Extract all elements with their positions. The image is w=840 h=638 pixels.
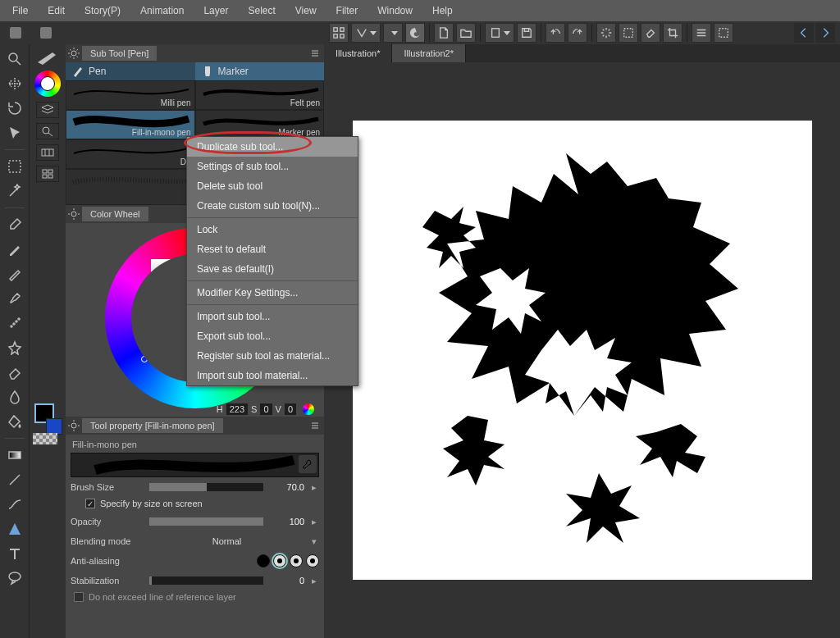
curve-tool-icon[interactable]	[5, 494, 25, 514]
timeline-icon[interactable]	[36, 144, 59, 161]
pencil-tool-icon[interactable]	[5, 264, 25, 284]
subtool-de[interactable]: De	[66, 139, 195, 169]
menu-edit[interactable]: Edit	[39, 2, 74, 20]
gear-icon[interactable]	[67, 207, 80, 221]
sub-tool-detail-button[interactable]	[299, 455, 317, 473]
ctx-delete-sub-tool[interactable]: Delete sub tool	[187, 176, 358, 196]
ctx-reset-to-default[interactable]: Reset to default	[187, 239, 358, 259]
blending-value[interactable]: Normal	[149, 536, 304, 546]
specify-by-size-row[interactable]: Specify by size on screen	[71, 497, 319, 512]
search-mini-icon[interactable]	[36, 123, 59, 139]
menu-window[interactable]: Window	[368, 2, 422, 20]
brush-size-value[interactable]: 70.0	[268, 482, 304, 492]
transform-button[interactable]	[596, 23, 616, 43]
gear-icon[interactable]	[67, 419, 80, 432]
new-file-button[interactable]	[434, 23, 454, 43]
aa-weak-icon[interactable]	[273, 554, 286, 567]
airbrush-tool-icon[interactable]	[5, 313, 25, 333]
ctx-import-sub-tool[interactable]: Import sub tool...	[187, 307, 358, 326]
dne-checkbox[interactable]	[74, 592, 84, 602]
material-button[interactable]	[405, 23, 425, 43]
zoom-tool-icon[interactable]	[5, 49, 25, 69]
decoration-tool-icon[interactable]	[5, 338, 25, 358]
blend-tool-icon[interactable]	[5, 387, 25, 407]
tool-property-tab[interactable]: Tool property [Fill-in-mono pen]	[82, 418, 223, 433]
erase-button[interactable]	[641, 23, 660, 43]
subtool-fill-in-mono-pen[interactable]: Fill-in-mono pen	[66, 110, 195, 139]
ctx-modifier-key-settings[interactable]: Modifier Key Settings...	[187, 283, 358, 303]
move-tool-icon[interactable]	[5, 74, 25, 93]
layer-palette-icon[interactable]	[36, 102, 59, 118]
selection-tool-icon[interactable]	[5, 123, 25, 143]
canvas[interactable]	[353, 121, 812, 580]
dropdown-button[interactable]	[383, 23, 403, 43]
text-tool-icon[interactable]	[5, 544, 25, 563]
page-dropdown-button[interactable]	[485, 23, 514, 43]
ctx-duplicate-sub-tool[interactable]: Duplicate sub tool...	[187, 137, 358, 157]
sub-tool-tab[interactable]: Sub Tool [Pen]	[82, 46, 157, 61]
save-button[interactable]	[517, 23, 536, 43]
balloon-tool-icon[interactable]	[5, 568, 25, 588]
menu-view[interactable]: View	[286, 2, 326, 20]
fill-tool-icon[interactable]	[5, 412, 25, 431]
brush-tool-icon[interactable]	[5, 289, 25, 308]
v-value[interactable]: 0	[285, 403, 296, 415]
doc-tab[interactable]: Illustration2*	[392, 44, 466, 62]
ctx-import-sub-tool-material[interactable]: Import sub tool material...	[187, 366, 358, 385]
ctx-create-custom-sub-tool-n[interactable]: Create custom sub tool(N)...	[187, 196, 358, 216]
canvas-viewport[interactable]	[324, 62, 840, 638]
next-nav-button[interactable]	[815, 23, 835, 43]
menu-filter[interactable]: Filter	[327, 2, 368, 20]
stabilization-slider[interactable]	[149, 576, 263, 585]
menu-animation[interactable]: Animation	[131, 2, 193, 20]
stepper-icon[interactable]: ▸	[309, 482, 319, 493]
color-swatches[interactable]	[33, 403, 62, 446]
frames-icon[interactable]	[36, 166, 59, 182]
line-tool-icon[interactable]	[5, 470, 25, 490]
specify-by-size-checkbox[interactable]	[85, 499, 95, 508]
dne-row[interactable]: Do not exceed line of reference layer	[71, 590, 319, 605]
color-wheel-tab[interactable]: Color Wheel	[82, 207, 148, 221]
tab-pen[interactable]: Pen	[66, 62, 195, 80]
eraser-tool-icon[interactable]	[5, 362, 25, 382]
h-value[interactable]: 223	[226, 403, 248, 415]
s-value[interactable]: 0	[260, 403, 272, 415]
stabilization-value[interactable]: 0	[268, 576, 304, 586]
background-swatch[interactable]	[46, 418, 62, 435]
eyedropper-tool-icon[interactable]	[5, 215, 25, 235]
menu-file[interactable]: File	[3, 2, 37, 20]
color-mode-icon[interactable]	[303, 403, 314, 415]
brush-size-slider[interactable]	[149, 483, 263, 491]
stepper-icon[interactable]: ▸	[309, 576, 319, 586]
pen-tool-icon[interactable]	[5, 239, 25, 259]
ctx-settings-of-sub-tool[interactable]: Settings of sub tool...	[187, 157, 358, 176]
color-wheel-icon[interactable]	[34, 71, 61, 97]
grid-toggle-button[interactable]	[714, 23, 733, 43]
marquee-tool-icon[interactable]	[5, 157, 25, 176]
ctx-export-sub-tool[interactable]: Export sub tool...	[187, 326, 358, 346]
sv-handle[interactable]	[141, 356, 148, 362]
gradient-tool-icon[interactable]	[5, 445, 25, 465]
panel-menu-icon[interactable]	[311, 422, 319, 430]
menu-storyp[interactable]: Story(P)	[75, 2, 130, 20]
stepper-icon[interactable]: ▸	[309, 517, 319, 527]
dropdown-icon[interactable]: ▾	[309, 536, 319, 547]
ctx-register-sub-tool-as-material[interactable]: Register sub tool as material...	[187, 346, 358, 366]
subtool-felt-pen[interactable]: Felt pen	[195, 80, 325, 110]
ctx-save-as-default-i[interactable]: Save as default(I)	[187, 259, 358, 279]
figure-tool-icon[interactable]	[5, 519, 25, 539]
aa-strong-icon[interactable]	[306, 554, 319, 567]
opacity-value[interactable]: 100	[268, 517, 304, 526]
crop-button[interactable]	[663, 23, 682, 43]
selection-button[interactable]	[619, 23, 638, 43]
dock-toggle-right-icon[interactable]	[40, 27, 52, 39]
panel-menu-icon[interactable]	[311, 49, 319, 57]
aa-medium-icon[interactable]	[290, 554, 303, 567]
subtool-marker-pen[interactable]: Marker pen	[195, 110, 325, 139]
opacity-slider[interactable]	[149, 517, 263, 526]
rotate-tool-icon[interactable]	[5, 98, 25, 118]
dock-toggle-left-icon[interactable]	[10, 27, 21, 39]
aa-none-icon[interactable]	[257, 554, 270, 567]
aa-options[interactable]	[257, 554, 319, 567]
redo-button[interactable]	[568, 23, 587, 43]
